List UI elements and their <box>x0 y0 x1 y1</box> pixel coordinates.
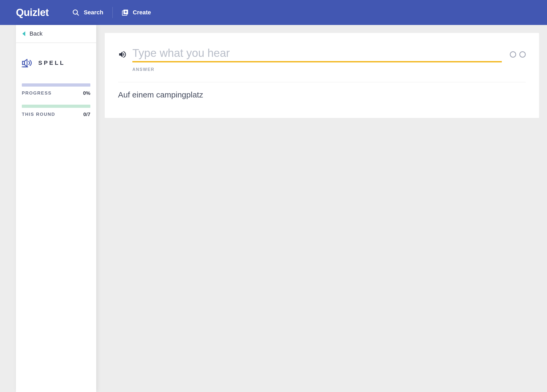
prompt-text: Auf einem campingplatz <box>118 90 526 99</box>
search-label: Search <box>84 9 103 16</box>
svg-point-8 <box>22 66 23 67</box>
answer-field <box>132 46 502 62</box>
hint-circle[interactable] <box>519 51 526 58</box>
progress-label: PROGRESS <box>22 91 52 96</box>
card-divider <box>118 82 526 82</box>
audio-icon[interactable] <box>118 50 127 59</box>
brand-logo[interactable]: Quizlet <box>16 7 65 18</box>
spell-card: ANSWER Auf einem campingplatz <box>105 33 539 118</box>
app-header: Quizlet Search Create <box>0 0 547 25</box>
search-button[interactable]: Search <box>65 6 111 19</box>
progress-value: 0% <box>83 90 90 96</box>
hint-circles <box>507 51 526 58</box>
main-area: ANSWER Auf einem campingplatz <box>96 25 547 392</box>
answer-underline <box>132 61 502 62</box>
answer-row <box>118 46 526 62</box>
create-icon <box>122 9 129 16</box>
round-value: 0/7 <box>83 112 90 117</box>
round-bar <box>22 105 90 108</box>
hint-circle[interactable] <box>510 51 516 58</box>
spell-speaker-icon <box>22 57 33 69</box>
answer-input[interactable] <box>132 46 502 61</box>
back-label: Back <box>30 30 43 37</box>
round-block: THIS ROUND 0/7 <box>16 105 96 117</box>
search-icon <box>72 9 79 16</box>
svg-marker-7 <box>24 59 27 66</box>
progress-bar <box>22 83 90 87</box>
header-divider <box>112 7 113 18</box>
back-button[interactable]: Back <box>16 25 96 43</box>
create-label: Create <box>133 9 151 16</box>
mode-label: SPELL <box>38 59 65 66</box>
create-button[interactable]: Create <box>114 6 158 19</box>
svg-line-1 <box>77 14 79 15</box>
caret-left-icon <box>22 31 25 36</box>
progress-block: PROGRESS 0% <box>16 83 96 96</box>
round-label: THIS ROUND <box>22 112 55 117</box>
answer-label: ANSWER <box>118 67 526 72</box>
mode-indicator: SPELL <box>16 43 96 75</box>
main-layout: Back SPELL PROGRESS 0% <box>0 25 547 392</box>
sidebar: Back SPELL PROGRESS 0% <box>16 25 96 392</box>
